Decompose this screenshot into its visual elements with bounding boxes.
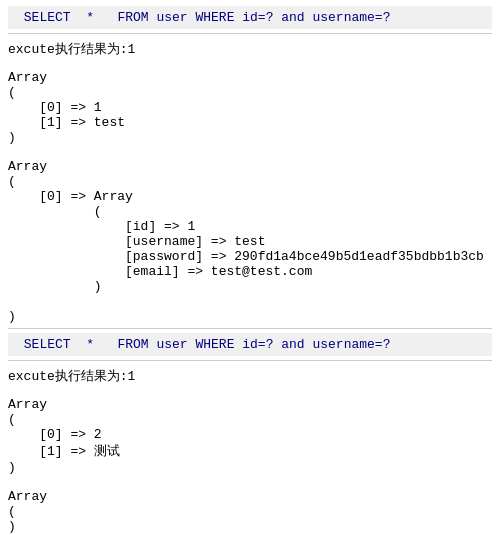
array-block-2-2: Array ( ) (8, 489, 492, 534)
array-block-2-1: Array ( [0] => 2 [1] => 测试 ) (8, 397, 492, 475)
sql-query-1: SELECT * FROM user WHERE id=? and userna… (8, 6, 492, 29)
excute-result-2: excute执行结果为:1 (8, 365, 492, 387)
array-block-1-1: Array ( [0] => 1 [1] => test ) (8, 70, 492, 145)
divider-1 (8, 33, 492, 34)
excute-result-1: excute执行结果为:1 (8, 38, 492, 60)
main-container: SELECT * FROM user WHERE id=? and userna… (0, 0, 500, 535)
sql-query-2: SELECT * FROM user WHERE id=? and userna… (8, 333, 492, 356)
section-1: SELECT * FROM user WHERE id=? and userna… (8, 6, 492, 324)
section-2: SELECT * FROM user WHERE id=? and userna… (8, 333, 492, 534)
divider-2 (8, 360, 492, 361)
array-block-1-2: Array ( [0] => Array ( [id] => 1 [userna… (8, 159, 492, 324)
divider-middle (8, 328, 492, 329)
